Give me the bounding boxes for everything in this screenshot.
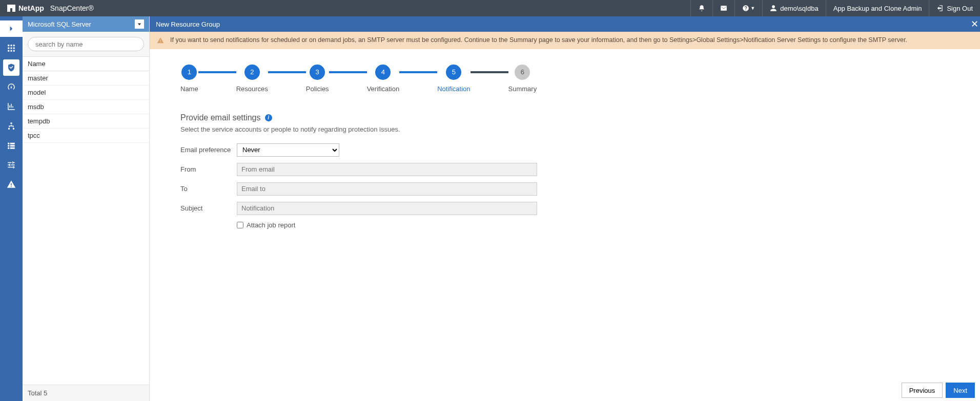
email-pref-select[interactable]: Never: [237, 143, 339, 157]
gauge-icon: [7, 82, 16, 92]
role-label[interactable]: App Backup and Clone Admin: [826, 0, 929, 16]
nav-hosts[interactable]: [3, 118, 19, 134]
signout-icon: [936, 5, 944, 12]
subject-input[interactable]: [237, 202, 537, 215]
step-notification[interactable]: 5Notification: [437, 65, 470, 93]
column-header-name[interactable]: Name: [23, 56, 149, 71]
wizard-footer: Previous Next: [150, 379, 980, 401]
wizard-header: New Resource Group ✕: [150, 16, 980, 32]
netapp-logo-icon: [7, 5, 15, 12]
nav-reports[interactable]: [3, 98, 19, 115]
next-button[interactable]: Next: [946, 383, 975, 398]
shield-check-icon: [7, 63, 16, 72]
plugin-name: Microsoft SQL Server: [28, 20, 91, 28]
nav-storage[interactable]: [3, 137, 19, 154]
topbar: NetApp SnapCenter® ▼ demo\sqldba App Bac…: [0, 0, 980, 16]
product-name: SnapCenter®: [50, 4, 94, 12]
step-name[interactable]: 1Name: [180, 65, 198, 93]
signout-label: Sign Out: [947, 5, 973, 12]
user-icon: [770, 5, 777, 12]
list-item[interactable]: model: [23, 86, 149, 100]
close-button[interactable]: ✕: [969, 16, 980, 32]
hierarchy-icon: [7, 121, 16, 131]
caret-down-icon: [137, 22, 141, 26]
storage-icon: [7, 141, 16, 150]
warning-triangle-icon: [157, 37, 164, 47]
to-label: To: [180, 185, 237, 193]
help-button[interactable]: ▼: [734, 0, 762, 16]
to-input[interactable]: [237, 182, 537, 196]
section-subtitle: Select the service accounts or people to…: [180, 125, 949, 133]
brand: NetApp SnapCenter®: [7, 4, 94, 12]
chevron-right-icon: [8, 26, 14, 32]
brand-text: NetApp: [18, 4, 44, 12]
warning-icon: [7, 180, 16, 189]
nav-dashboard[interactable]: [3, 40, 19, 56]
sliders-icon: [7, 160, 16, 170]
from-label: From: [180, 165, 237, 173]
nav-expand-toggle[interactable]: [0, 20, 23, 37]
close-icon: ✕: [971, 18, 978, 30]
bell-icon: [698, 5, 705, 12]
from-input[interactable]: [237, 163, 537, 176]
main-panel: New Resource Group ✕ If you want to send…: [150, 16, 980, 401]
list-item[interactable]: tpcc: [23, 129, 149, 143]
help-icon: [742, 5, 749, 12]
step-summary[interactable]: 6Summary: [508, 65, 537, 93]
left-nav: [0, 16, 23, 401]
resource-sidepanel: Microsoft SQL Server Name master model m…: [23, 16, 150, 401]
chart-icon: [7, 102, 16, 111]
smtp-warning-banner: If you want to send notifications for sc…: [150, 32, 980, 49]
wizard-title: New Resource Group: [156, 20, 220, 28]
info-icon[interactable]: i: [265, 114, 272, 121]
total-count: Total 5: [23, 385, 149, 401]
search-input[interactable]: [28, 37, 144, 51]
attach-report-checkbox[interactable]: Attach job report: [237, 221, 295, 229]
resource-list: master model msdb tempdb tpcc: [23, 71, 149, 385]
plugin-dropdown[interactable]: [135, 19, 144, 29]
list-item[interactable]: tempdb: [23, 114, 149, 129]
section-title: Provide email settings i: [180, 113, 949, 122]
step-verification[interactable]: 4Verification: [367, 65, 400, 93]
attach-report-input[interactable]: [237, 222, 243, 228]
nav-resources[interactable]: [3, 59, 19, 76]
email-pref-label: Email preference: [180, 146, 237, 154]
step-policies[interactable]: 3Policies: [306, 65, 329, 93]
user-label: demo\sqldba: [780, 5, 818, 12]
subject-label: Subject: [180, 204, 237, 212]
list-item[interactable]: msdb: [23, 100, 149, 114]
previous-button[interactable]: Previous: [902, 383, 943, 398]
step-resources[interactable]: 2Resources: [236, 65, 268, 93]
plugin-header: Microsoft SQL Server: [23, 16, 149, 32]
messages-button[interactable]: [712, 0, 734, 16]
nav-settings[interactable]: [3, 157, 19, 173]
signout-button[interactable]: Sign Out: [929, 0, 980, 16]
nav-monitor[interactable]: [3, 79, 19, 95]
notifications-button[interactable]: [690, 0, 712, 16]
wizard-steps: 1Name 2Resources 3Policies 4Verification…: [180, 65, 949, 93]
user-menu[interactable]: demo\sqldba: [762, 0, 825, 16]
nav-alerts[interactable]: [3, 176, 19, 193]
banner-text: If you want to send notifications for sc…: [170, 36, 907, 44]
grid-icon: [7, 44, 16, 53]
mail-icon: [720, 5, 727, 12]
list-item[interactable]: master: [23, 71, 149, 86]
